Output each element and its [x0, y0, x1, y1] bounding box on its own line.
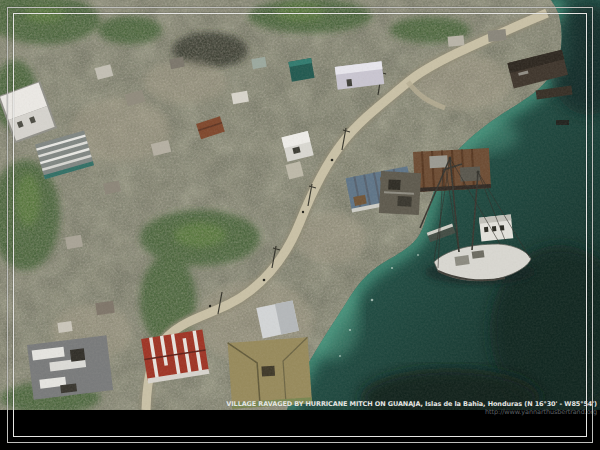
caption-band — [0, 410, 600, 450]
wallpaper: VILLAGE RAVAGED BY HURRICANE MITCH ON GU… — [0, 0, 600, 450]
aerial-photo — [0, 0, 600, 410]
photo-credit-url: http://www.yannarthusbertrand.org — [485, 408, 597, 416]
photo-graphic — [0, 0, 600, 410]
photo-grain-overlay — [0, 0, 600, 410]
